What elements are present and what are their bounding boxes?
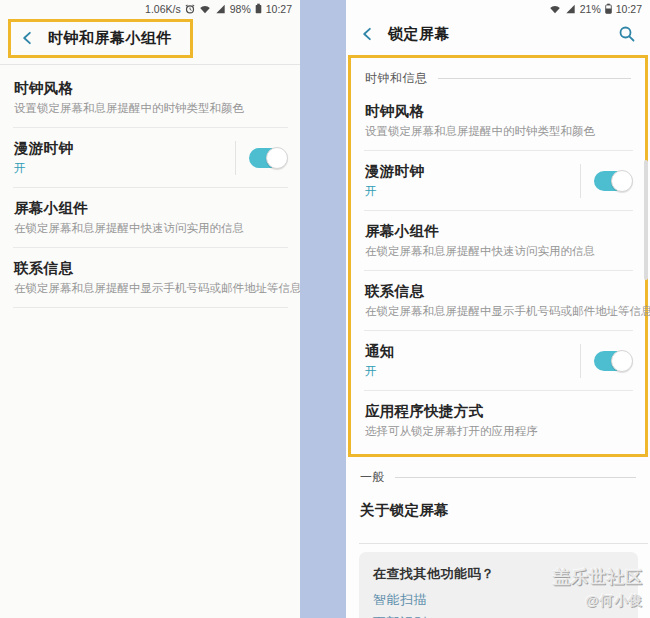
row-contact-info[interactable]: 联系信息 在锁定屏幕和息屏提醒中显示手机号码或邮件地址等信息 [0,248,300,307]
row-roaming-clock[interactable]: 漫游时钟 开 [0,128,300,187]
roaming-clock-toggle[interactable] [594,171,631,191]
row-subtitle: 设置锁定屏幕和息屏提醒中的时钟类型和颜色 [14,100,290,117]
scrollbar[interactable] [644,160,648,280]
network-speed: 1.06K/s [145,3,181,15]
battery-icon [605,3,612,14]
row-clock-style[interactable]: 时钟风格 设置锁定屏幕和息屏提醒中的时钟类型和颜色 [351,89,645,150]
back-icon[interactable] [20,30,35,46]
page-title: 时钟和屏幕小组件 [48,29,172,48]
screenshot-canvas: 1.06K/s 98% 10:27 时钟和屏幕小组件 时钟风格 设置锁定屏幕和息… [0,0,650,618]
status-time: 10:27 [266,3,292,15]
row-screen-widgets[interactable]: 屏幕小组件 在锁定屏幕和息屏提醒中快速访问实用的信息 [0,188,300,247]
row-subtitle: 在锁定屏幕和息屏提醒中快速访问实用的信息 [365,243,635,260]
roaming-clock-toggle[interactable] [249,148,286,168]
divider [395,477,636,478]
row-clock-style[interactable]: 时钟风格 设置锁定屏幕和息屏提醒中的时钟类型和颜色 [0,65,300,127]
section-label: 一般 [360,469,385,486]
battery-percent: 98% [230,3,251,15]
row-title: 关于锁定屏幕 [360,500,640,521]
search-icon[interactable] [618,25,636,43]
row-about-lock-screen[interactable]: 关于锁定屏幕 [346,488,650,537]
other-features-card: 在查找其他功能吗？ 智能扫描 面部识别 虹膜扫描仪 指纹扫描仪 [359,552,638,618]
wifi-icon [199,4,211,14]
row-subtitle: 在锁定屏幕和息屏提醒中显示手机号码或邮件地址等信息 [14,280,290,297]
wifi-icon [549,4,561,14]
section-general: 一般 [346,457,650,488]
row-title: 屏幕小组件 [14,198,290,219]
row-title: 应用程序快捷方式 [365,401,635,422]
section-label: 时钟和信息 [365,70,428,87]
row-roaming-clock[interactable]: 漫游时钟 开 [351,151,645,210]
page-title: 锁定屏幕 [388,25,450,44]
back-icon[interactable] [360,26,375,42]
notifications-toggle[interactable] [594,351,631,371]
row-contact-info[interactable]: 联系信息 在锁定屏幕和息屏提醒中显示手机号码或邮件地址等信息 [351,271,645,330]
toggle-knob [611,170,633,192]
highlighted-settings-group: 时钟和信息 时钟风格 设置锁定屏幕和息屏提醒中的时钟类型和颜色 漫游时钟 开 [348,55,648,457]
link-intelligent-scan[interactable]: 智能扫描 [373,593,624,606]
divider [580,344,581,378]
left-app-bar: 时钟和屏幕小组件 [0,15,300,61]
row-state: 开 [365,363,574,380]
row-title: 联系信息 [14,258,290,279]
alarm-icon [185,4,195,14]
signal-icon [565,4,576,14]
toggle-knob [611,350,633,372]
left-screen-clock-widgets: 1.06K/s 98% 10:27 时钟和屏幕小组件 时钟风格 设置锁定屏幕和息… [0,0,300,618]
card-heading: 在查找其他功能吗？ [373,565,624,583]
row-title: 漫游时钟 [14,138,229,159]
left-status-bar: 1.06K/s 98% 10:27 [0,0,300,15]
row-title: 屏幕小组件 [365,221,635,242]
divider [580,164,581,198]
panel-gap-strip [300,0,346,618]
status-time: 10:27 [616,3,642,15]
row-notifications[interactable]: 通知 开 [351,331,645,390]
right-status-bar: 21% 10:27 [346,0,650,15]
row-title: 联系信息 [365,281,635,302]
right-app-bar: 锁定屏幕 [346,15,650,55]
highlighted-title-box: 时钟和屏幕小组件 [8,19,193,58]
right-screen-lock-screen: 21% 10:27 锁定屏幕 时钟和信息 时钟风格 设置锁定屏幕和息屏提醒中的时… [346,0,650,618]
row-title: 通知 [365,341,574,362]
row-title: 漫游时钟 [365,161,574,182]
section-clock-and-info: 时钟和信息 [351,58,645,89]
row-screen-widgets[interactable]: 屏幕小组件 在锁定屏幕和息屏提醒中快速访问实用的信息 [351,211,645,270]
row-app-shortcuts[interactable]: 应用程序快捷方式 选择可从锁定屏幕打开的应用程序 [351,391,645,454]
row-state: 开 [365,183,574,200]
divider [438,78,632,79]
battery-icon [255,3,262,14]
row-state: 开 [14,160,229,177]
signal-icon [215,4,226,14]
row-title: 时钟风格 [14,78,290,99]
row-subtitle: 设置锁定屏幕和息屏提醒中的时钟类型和颜色 [365,123,635,140]
divider [235,141,236,175]
row-subtitle: 在锁定屏幕和息屏提醒中快速访问实用的信息 [14,220,290,237]
divider [13,307,288,308]
row-subtitle: 选择可从锁定屏幕打开的应用程序 [365,423,635,440]
battery-percent: 21% [580,3,601,15]
row-subtitle: 在锁定屏幕和息屏提醒中显示手机号码或邮件地址等信息 [365,303,635,320]
toggle-knob [266,147,288,169]
divider [359,543,648,544]
row-title: 时钟风格 [365,101,635,122]
